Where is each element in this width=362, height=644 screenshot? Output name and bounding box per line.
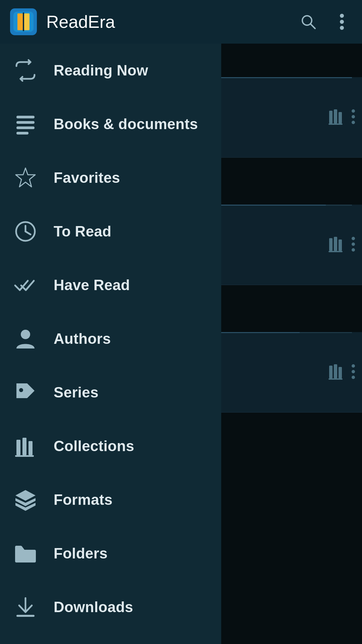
app-bar-actions [298, 12, 352, 32]
app-bar: ReadEra [0, 0, 362, 44]
svg-point-7 [340, 14, 344, 18]
book-list-item-2 [221, 205, 362, 285]
svg-point-9 [340, 26, 344, 30]
nav-label-have-read: Have Read [54, 277, 130, 293]
svg-rect-10 [16, 116, 35, 118]
svg-rect-20 [16, 440, 20, 455]
svg-point-46 [352, 243, 355, 246]
double-check-icon [12, 273, 39, 297]
clock-icon [12, 220, 39, 243]
svg-point-40 [352, 121, 355, 124]
svg-rect-49 [334, 364, 337, 378]
tag-icon [12, 381, 39, 404]
nav-item-collections[interactable]: Collections [0, 419, 221, 473]
svg-rect-42 [334, 237, 337, 251]
nav-item-have-read[interactable]: Have Read [0, 258, 221, 312]
svg-point-8 [340, 20, 344, 24]
app-logo [10, 8, 37, 35]
svg-rect-34 [329, 111, 333, 123]
nav-item-folders[interactable]: Folders [0, 527, 221, 580]
svg-rect-2 [17, 13, 23, 30]
nav-item-series[interactable]: Series [0, 366, 221, 419]
nav-item-formats[interactable]: Formats [0, 473, 221, 527]
download-icon [12, 595, 39, 619]
svg-point-47 [352, 248, 355, 252]
svg-point-19 [19, 388, 23, 392]
svg-marker-24 [15, 490, 36, 501]
svg-point-54 [352, 376, 355, 379]
svg-point-18 [21, 330, 30, 339]
book-list-item-3 [221, 332, 362, 413]
svg-rect-22 [28, 441, 33, 455]
nav-label-books-documents: Books & documents [54, 116, 198, 132]
drawer-overlay: Reading Now Books & documents Favorit [0, 44, 362, 644]
svg-line-6 [310, 24, 315, 29]
svg-rect-50 [339, 367, 342, 378]
svg-rect-36 [339, 112, 342, 123]
scrim[interactable] [221, 44, 362, 644]
nav-item-authors[interactable]: Authors [0, 312, 221, 366]
navigation-drawer: Reading Now Books & documents Favorit [0, 44, 221, 644]
svg-point-45 [352, 237, 355, 240]
svg-point-39 [352, 115, 355, 118]
nav-item-trash[interactable]: Trash [0, 634, 221, 644]
svg-point-53 [352, 370, 355, 373]
list-icon [12, 112, 39, 136]
book-library-icon-1 [328, 108, 345, 127]
svg-rect-35 [334, 109, 337, 123]
nav-label-authors: Authors [54, 330, 111, 347]
book-more-icon-3[interactable] [351, 364, 355, 381]
nav-item-reading-now[interactable]: Reading Now [0, 44, 221, 97]
book-more-icon-1[interactable] [351, 109, 355, 126]
app-title: ReadEra [46, 12, 298, 32]
svg-marker-14 [16, 168, 35, 187]
nav-label-collections: Collections [54, 438, 134, 454]
nav-item-to-read[interactable]: To Read [0, 205, 221, 258]
book-list-item-1 [221, 77, 362, 158]
nav-label-favorites: Favorites [54, 169, 120, 186]
nav-item-favorites[interactable]: Favorites [0, 151, 221, 205]
library-icon [12, 434, 39, 458]
svg-line-17 [25, 231, 31, 234]
svg-rect-23 [15, 455, 34, 457]
svg-rect-44 [328, 251, 343, 252]
nav-label-folders: Folders [54, 545, 108, 562]
folder-icon [12, 542, 39, 565]
svg-rect-43 [339, 239, 342, 251]
svg-rect-37 [328, 123, 343, 125]
nav-label-series: Series [54, 384, 99, 401]
svg-rect-28 [16, 615, 35, 617]
book-more-icon-2[interactable] [351, 236, 355, 253]
star-icon [12, 166, 39, 190]
search-button[interactable] [298, 12, 318, 32]
nav-label-to-read: To Read [54, 223, 111, 240]
nav-label-downloads: Downloads [54, 599, 133, 615]
nav-label-formats: Formats [54, 491, 113, 508]
svg-rect-12 [16, 126, 35, 129]
person-icon [12, 327, 39, 351]
book-library-icon-3 [328, 363, 345, 382]
svg-rect-3 [24, 13, 29, 30]
svg-rect-41 [329, 238, 333, 251]
svg-rect-21 [22, 438, 26, 455]
repeat-icon [12, 59, 39, 82]
nav-item-downloads[interactable]: Downloads [0, 580, 221, 634]
nav-item-books-documents[interactable]: Books & documents [0, 97, 221, 151]
svg-rect-51 [328, 378, 343, 380]
more-options-button[interactable] [332, 12, 352, 32]
nav-label-reading-now: Reading Now [54, 62, 148, 79]
book-library-icon-2 [328, 235, 345, 254]
svg-point-52 [352, 364, 355, 368]
svg-rect-11 [16, 121, 35, 124]
svg-point-38 [352, 109, 355, 113]
svg-rect-48 [329, 366, 333, 378]
svg-rect-4 [23, 12, 24, 31]
svg-rect-13 [16, 132, 28, 135]
layers-icon [12, 488, 39, 512]
